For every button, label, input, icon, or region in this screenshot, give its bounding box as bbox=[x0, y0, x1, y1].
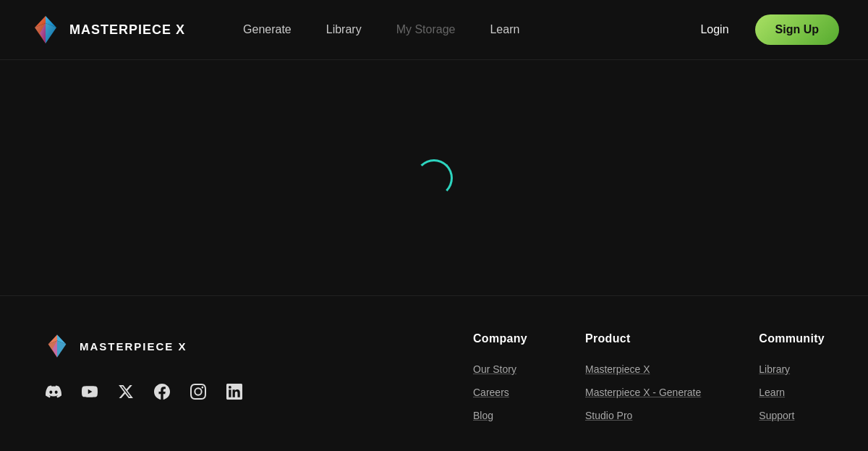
list-item: Masterpiece X bbox=[585, 363, 701, 376]
header: MASTERPIECE X Generate Library My Storag… bbox=[0, 0, 868, 60]
list-item: Support bbox=[759, 409, 825, 422]
nav-library[interactable]: Library bbox=[326, 23, 362, 36]
footer-link-careers[interactable]: Careers bbox=[473, 387, 509, 398]
nav-mystorage[interactable]: My Storage bbox=[396, 23, 456, 36]
footer-link-blog[interactable]: Blog bbox=[473, 410, 493, 421]
nav-generate[interactable]: Generate bbox=[243, 23, 292, 36]
list-item: Our Story bbox=[473, 363, 527, 376]
footer-link-masterpiece-x-generate[interactable]: Masterpiece X - Generate bbox=[585, 387, 701, 398]
footer-link-library[interactable]: Library bbox=[759, 363, 790, 375]
footer-link-learn[interactable]: Learn bbox=[759, 387, 785, 398]
discord-icon[interactable] bbox=[43, 382, 64, 402]
header-actions: Login Sign Up bbox=[689, 14, 839, 45]
logo-text: MASTERPIECE X bbox=[69, 22, 185, 38]
footer-logo: MASTERPIECE X bbox=[43, 332, 275, 360]
footer-col-company-heading: Company bbox=[473, 332, 527, 345]
main-nav: Generate Library My Storage Learn bbox=[243, 23, 689, 36]
footer: MASTERPIECE X bbox=[0, 296, 868, 451]
footer-columns: Company Our Story Careers Blog Product M… bbox=[304, 332, 825, 422]
list-item: Library bbox=[759, 363, 825, 376]
logo-link[interactable]: MASTERPIECE X bbox=[29, 13, 185, 46]
footer-col-company: Company Our Story Careers Blog bbox=[473, 332, 527, 422]
footer-logo-icon bbox=[43, 332, 71, 360]
list-item: Studio Pro bbox=[585, 409, 701, 422]
footer-link-our-story[interactable]: Our Story bbox=[473, 363, 516, 375]
main-content bbox=[0, 60, 868, 296]
footer-link-support[interactable]: Support bbox=[759, 410, 794, 421]
nav-learn[interactable]: Learn bbox=[490, 23, 519, 36]
list-item: Learn bbox=[759, 386, 825, 399]
footer-col-product-heading: Product bbox=[585, 332, 701, 345]
instagram-icon[interactable] bbox=[188, 382, 208, 402]
footer-col-community: Community Library Learn Support bbox=[759, 332, 825, 422]
login-button[interactable]: Login bbox=[689, 17, 740, 42]
signup-button[interactable]: Sign Up bbox=[755, 14, 839, 45]
footer-link-studio-pro[interactable]: Studio Pro bbox=[585, 410, 632, 421]
youtube-icon[interactable] bbox=[80, 382, 100, 402]
loading-spinner bbox=[415, 159, 453, 197]
logo-icon bbox=[29, 13, 62, 46]
facebook-icon[interactable] bbox=[152, 382, 172, 402]
footer-link-masterpiece-x[interactable]: Masterpiece X bbox=[585, 363, 650, 375]
list-item: Careers bbox=[473, 386, 527, 399]
footer-brand: MASTERPIECE X bbox=[43, 332, 275, 422]
footer-col-product: Product Masterpiece X Masterpiece X - Ge… bbox=[585, 332, 701, 422]
social-icons bbox=[43, 382, 275, 402]
linkedin-icon[interactable] bbox=[224, 382, 244, 402]
list-item: Masterpiece X - Generate bbox=[585, 386, 701, 399]
footer-logo-text: MASTERPIECE X bbox=[80, 340, 187, 353]
footer-col-community-heading: Community bbox=[759, 332, 825, 345]
list-item: Blog bbox=[473, 409, 527, 422]
twitter-icon[interactable] bbox=[116, 382, 136, 402]
